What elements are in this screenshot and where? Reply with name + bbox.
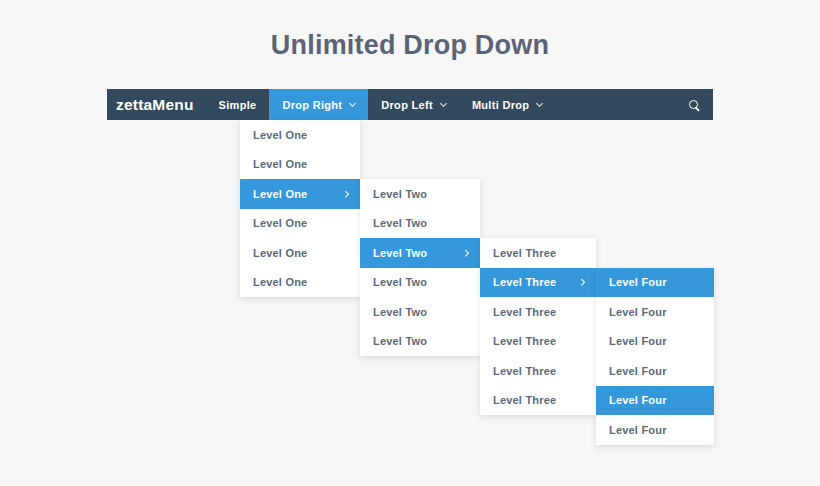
dropdown-item-label: Level Four [609,335,667,347]
dropdown-item-label: Level One [253,247,307,259]
dropdown-item[interactable]: Level One [240,238,360,268]
dropdown-panel-level-four: Level Four Level Four Level Four Level F… [596,268,714,445]
dropdown-item-label: Level Two [373,306,427,318]
dropdown-item[interactable]: Level Four [596,327,714,357]
dropdown-item-label: Level Two [373,188,427,200]
dropdown-item-label: Level Two [373,335,427,347]
dropdown-panel-level-two: Level Two Level Two Level Two Level Two … [360,179,480,356]
dropdown-item[interactable]: Level One [240,209,360,239]
dropdown-item[interactable]: Level Two [360,209,480,239]
search-button[interactable] [676,89,713,120]
dropdown-item-active[interactable]: Level Four [596,268,714,298]
dropdown-item-label: Level Three [493,306,556,318]
dropdown-item[interactable]: Level One [240,150,360,180]
dropdown-item-label: Level Two [373,217,427,229]
dropdown-item[interactable]: Level Two [360,327,480,357]
dropdown-item-label: Level Four [609,394,667,406]
page: Unlimited Drop Down zettaMenu Simple Dro… [0,0,820,486]
page-title: Unlimited Drop Down [0,30,820,61]
dropdown-item[interactable]: Level Two [360,179,480,209]
dropdown-item-label: Level Three [493,247,556,259]
chevron-right-icon [462,250,468,256]
dropdown-item-label: Level Three [493,394,556,406]
dropdown-item-active[interactable]: Level One [240,179,360,209]
chevron-down-icon [536,99,543,106]
dropdown-panel-level-one: Level One Level One Level One Level One … [240,120,360,297]
chevron-right-icon [578,279,584,285]
dropdown-item[interactable]: Level One [240,120,360,150]
dropdown-item-label: Level Two [373,276,427,288]
nav-item-label: Multi Drop [472,99,529,111]
chevron-right-icon [342,191,348,197]
dropdown-item[interactable]: Level Two [360,268,480,298]
dropdown-item[interactable]: Level Three [480,297,596,327]
chevron-down-icon [440,99,447,106]
dropdown-item-label: Level One [253,217,307,229]
dropdown-item-label: Level One [253,158,307,170]
dropdown-item-label: Level One [253,276,307,288]
dropdown-item[interactable]: Level Three [480,327,596,357]
nav-item-label: Drop Right [282,99,342,111]
dropdown-item-label: Level Four [609,306,667,318]
dropdown-item-label: Level Four [609,365,667,377]
dropdown-item[interactable]: Level Four [596,415,714,445]
nav-item-drop-left[interactable]: Drop Left [368,89,459,120]
dropdown-item[interactable]: Level Three [480,238,596,268]
dropdown-item[interactable]: Level Four [596,297,714,327]
dropdown-item-active[interactable]: Level Four [596,386,714,416]
chevron-down-icon [349,99,356,106]
dropdown-item-label: Level Four [609,424,667,436]
nav-item-label: Drop Left [381,99,433,111]
nav-item-label: Simple [219,99,257,111]
nav-item-multi-drop[interactable]: Multi Drop [459,89,555,120]
navbar: zettaMenu Simple Drop Right Drop Left Mu… [107,89,713,120]
nav-item-drop-right[interactable]: Drop Right [269,89,368,120]
dropdown-item-label: Level One [253,188,307,200]
dropdown-item-active[interactable]: Level Three [480,268,596,298]
dropdown-panel-level-three: Level Three Level Three Level Three Leve… [480,238,596,415]
dropdown-item[interactable]: Level Three [480,386,596,416]
dropdown-item-label: Level Three [493,335,556,347]
dropdown-item[interactable]: Level Two [360,297,480,327]
brand-logo[interactable]: zettaMenu [107,89,206,120]
dropdown-item-label: Level Three [493,276,556,288]
dropdown-item-label: Level Three [493,365,556,377]
dropdown-item[interactable]: Level Three [480,356,596,386]
dropdown-item[interactable]: Level One [240,268,360,298]
dropdown-item-label: Level One [253,129,307,141]
dropdown-item-label: Level Two [373,247,427,259]
dropdown-item[interactable]: Level Four [596,356,714,386]
nav-item-simple[interactable]: Simple [206,89,270,120]
dropdown-item-label: Level Four [609,276,667,288]
nav-spacer [555,89,676,120]
search-icon [689,100,698,109]
dropdown-item-active[interactable]: Level Two [360,238,480,268]
